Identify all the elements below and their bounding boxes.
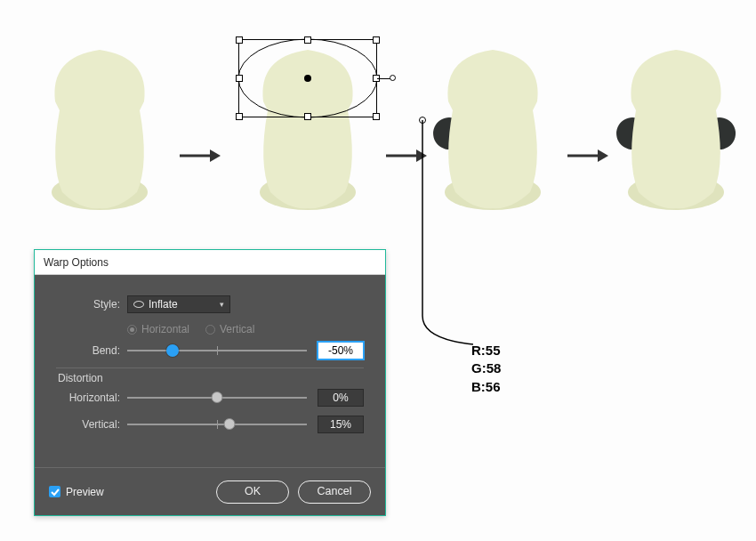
rgb-b: B:56 (471, 378, 501, 396)
v-slider[interactable] (127, 424, 307, 425)
preview-checkbox[interactable]: Preview (49, 486, 104, 498)
step-3 (422, 21, 564, 226)
bend-row: Bend: -50% (56, 339, 364, 362)
step-2 (219, 21, 361, 226)
v-label: Vertical: (56, 418, 120, 431)
divider (56, 367, 364, 368)
v-thumb[interactable] (224, 418, 236, 430)
style-row: Style: Inflate ▾ (56, 293, 364, 316)
panda-body-1 (28, 21, 171, 226)
inflate-icon (133, 301, 144, 308)
arrow-icon (566, 146, 608, 166)
preview-label: Preview (66, 486, 104, 498)
chevron-down-icon: ▾ (220, 300, 224, 309)
panda-body-3 (422, 21, 564, 226)
bend-slider[interactable] (127, 350, 307, 351)
rgb-g: G:58 (471, 359, 501, 377)
dialog-body: Style: Inflate ▾ Horizontal Vertical Ben… (44, 284, 376, 464)
panda-body-4 (605, 21, 747, 226)
vertical-radio[interactable]: Vertical (205, 323, 254, 335)
arrow-icon (384, 146, 427, 166)
bend-thumb[interactable] (166, 344, 179, 357)
arrow-3 (566, 146, 608, 166)
rgb-r: R:55 (471, 342, 501, 359)
h-thumb[interactable] (212, 392, 223, 403)
radio-icon (127, 325, 137, 335)
orientation-radios: Horizontal Vertical (127, 319, 364, 339)
arrow-icon (178, 146, 221, 166)
dialog-footer: Preview OK Cancel (35, 467, 385, 515)
step-4 (605, 21, 747, 226)
rgb-readout: R:55 G:58 B:56 (471, 342, 501, 396)
cancel-button[interactable]: Cancel (298, 480, 371, 504)
arrow-1 (178, 146, 221, 166)
bend-input[interactable]: -50% (318, 342, 364, 359)
style-value: Inflate (149, 298, 178, 311)
arrow-2 (384, 146, 427, 166)
step-1 (28, 21, 171, 226)
check-icon (49, 486, 60, 497)
illustration-stage (28, 21, 740, 226)
v-distortion-row: Vertical: 15% (56, 413, 364, 436)
vertical-radio-label: Vertical (220, 323, 254, 335)
radio-icon (205, 325, 215, 335)
horizontal-radio[interactable]: Horizontal (127, 323, 189, 335)
panda-body-2 (219, 21, 397, 226)
horizontal-radio-label: Horizontal (141, 323, 189, 335)
h-distortion-row: Horizontal: 0% (56, 386, 364, 409)
style-label: Style: (56, 298, 120, 311)
ok-button[interactable]: OK (216, 480, 289, 504)
distortion-heading: Distortion (58, 372, 364, 384)
h-slider[interactable] (127, 397, 307, 399)
style-select[interactable]: Inflate ▾ (127, 295, 230, 313)
h-input[interactable]: 0% (318, 389, 364, 407)
v-input[interactable]: 15% (318, 416, 364, 433)
h-label: Horizontal: (56, 392, 120, 404)
dialog-title: Warp Options (35, 250, 385, 275)
bend-label: Bend: (56, 344, 120, 357)
warp-options-dialog: Warp Options Style: Inflate ▾ Horizontal… (34, 249, 386, 516)
